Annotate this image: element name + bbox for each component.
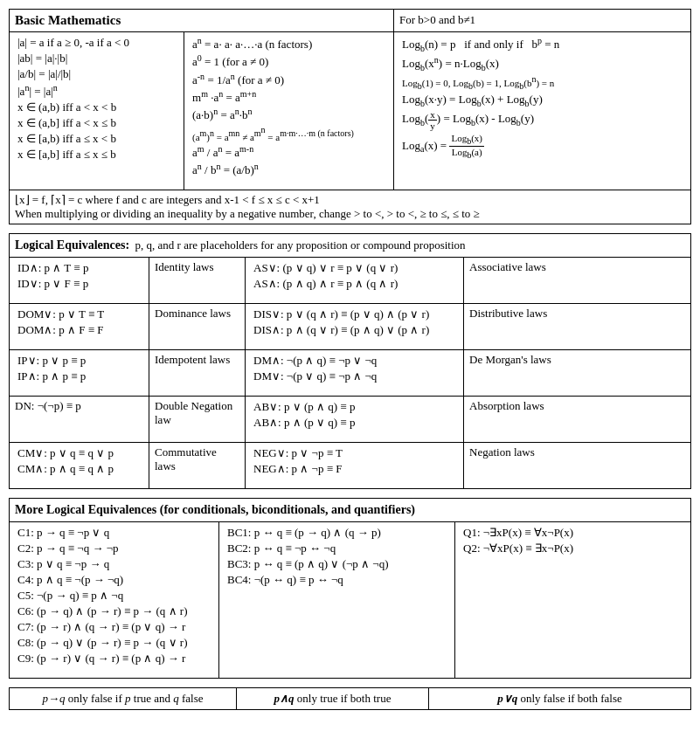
le-dm-1: DM∧: ¬(p ∧ q) ≡ ¬p ∨ ¬q	[251, 353, 458, 369]
exp-row-4: mm ·an = am+n	[190, 88, 388, 106]
abs-row-1: |a| = a if a ≥ 0, -a if a < 0	[15, 35, 178, 51]
section2-subtitle: p, q, and r are placeholders for any pro…	[132, 238, 465, 252]
le-ip-2: IP∧: p ∧ p ≡ p	[15, 369, 143, 384]
log-row-6: Loga(x) = Logb(x)Logb(a)	[399, 132, 685, 161]
le-neg-2: NEG∧: p ∧ ¬p ≡ F	[251, 461, 458, 477]
abs-row-4: |an| = |a|n	[15, 82, 178, 100]
log-row-1: Logb(n) = p if and only if bp = n	[399, 35, 685, 54]
c-row-9: C9: (p → r) ∨ (q → r) ≡ (p ∧ q) → r	[15, 651, 213, 666]
idempotent-laws-label: Idempotent laws	[149, 350, 246, 397]
le-dn: DN: ¬(¬p) ≡ p	[10, 397, 149, 443]
associative-laws-label: Associative laws	[464, 258, 691, 304]
c-row-5: C5: ¬(p → q) ≡ p ∧ ¬q	[15, 588, 213, 604]
le-left-2: ID∨: p ∨ F ≡ p	[15, 276, 143, 292]
absorption-laws-label: Absorption laws	[464, 397, 691, 443]
log-row-4: Logb(x·y) = Logb(x) + Logb(y)	[399, 92, 685, 109]
q-row-2: Q2: ¬∀xP(x) ≡ ∃x¬P(x)	[461, 541, 685, 556]
abs-row-2: |ab| = |a|·|b|	[15, 51, 178, 66]
c-row-3: C3: p ∨ q ≡ ¬p → q	[15, 556, 213, 572]
bc-row-1: BC1: p ↔ q ≡ (p → q) ∧ (q → p)	[225, 525, 449, 541]
log-row-3: Logb(1) = 0, Logb(b) = 1, Logb(bn) = n	[399, 73, 685, 92]
section3-title: More Logical Equivalences (for condition…	[15, 503, 415, 516]
le-neg-1: NEG∨: p ∨ ¬p ≡ T	[251, 445, 458, 461]
demorgan-laws-label: De Morgan's laws	[464, 350, 691, 397]
log-header: For b>0 and b≠1	[394, 10, 691, 32]
floor-ceil: ⌊x⌋ = f, ⌈x⌉ = c where f and c are integ…	[15, 193, 685, 207]
c-row-2: C2: p → q ≡ ¬q → ¬p	[15, 541, 213, 556]
le-left-1: ID∧: p ∧ T ≡ p	[15, 260, 143, 276]
c-row-8: C8: (p → q) ∨ (p → r) ≡ p → (q ∨ r)	[15, 635, 213, 651]
le-ab-2: AB∧: p ∧ (p ∨ q) ≡ p	[251, 415, 458, 431]
bc-row-2: BC2: p ↔ q ≡ ¬p ↔ ¬q	[225, 541, 449, 556]
abs-row-6: x ∈ (a,b] iff a < x ≤ b	[15, 115, 178, 131]
double-negation-label: Double Negation law	[149, 397, 246, 443]
log-row-2: Logb(xn) = n·Logb(x)	[399, 54, 685, 73]
le-cm-2: CM∧: p ∧ q ≡ q ∧ p	[15, 461, 143, 477]
abs-row-5: x ∈ (a,b) iff a < x < b	[15, 100, 178, 115]
le-ab-1: AB∨: p ∨ (p ∧ q) ≡ p	[251, 399, 458, 415]
identity-laws-label: Identity laws	[149, 258, 246, 304]
le-dom-2: DOM∧: p ∧ F ≡ F	[15, 322, 143, 338]
le-dis-2: DIS∧: p ∧ (q ∨ r) ≡ (p ∧ q) ∨ (p ∧ r)	[251, 322, 458, 338]
abs-row-3: |a/b| = |a|/|b|	[15, 66, 178, 82]
log-row-5: Logb(xy) = Logb(x) - Logb(y)	[399, 108, 685, 132]
le-cm-1: CM∨: p ∨ q ≡ q ∨ p	[15, 445, 143, 461]
bc-row-4: BC4: ¬(p ↔ q) ≡ p ↔ ¬q	[225, 572, 449, 588]
bc-row-3: BC3: p ↔ q ≡ (p ∧ q) ∨ (¬p ∧ ¬q)	[225, 556, 449, 572]
le-ip-1: IP∨: p ∨ p ≡ p	[15, 353, 143, 369]
exp-row-7: am / an = am-n	[190, 143, 388, 161]
exp-row-8: an / bn = (a/b)n	[190, 161, 388, 178]
c-row-1: C1: p → q ≡ ¬p ∨ q	[15, 525, 213, 541]
abs-row-8: x ∈ [a,b] iff a ≤ x ≤ b	[15, 147, 178, 162]
c-row-7: C7: (p → r) ∧ (q → r) ≡ (p ∨ q) → r	[15, 619, 213, 635]
exp-row-3: a-n = 1/an (for a ≠ 0)	[190, 71, 388, 88]
legend-col2: p∧q only true if both true	[274, 692, 392, 705]
distributive-laws-label: Distributive laws	[464, 304, 691, 350]
section1-title: Basic Mathematics	[15, 13, 121, 27]
commutative-laws-label: Commutative laws	[149, 443, 246, 489]
inequality-rule: When multiplying or dividing an inequali…	[15, 207, 685, 221]
le-dis-1: DIS∨: p ∨ (q ∧ r) ≡ (p ∨ q) ∧ (p ∨ r)	[251, 307, 458, 322]
dominance-laws-label: Dominance laws	[149, 304, 246, 350]
le-right-2: AS∧: (p ∧ q) ∧ r ≡ p ∧ (q ∧ r)	[251, 276, 458, 292]
negation-laws-label: Negation laws	[464, 443, 691, 489]
exp-row-1: an = a· a· a·…·a (n factors)	[190, 35, 388, 52]
section2-title: Logical Equivalences:	[15, 238, 129, 252]
c-row-6: C6: (p → q) ∧ (p → r) ≡ p → (q ∧ r)	[15, 604, 213, 619]
abs-row-7: x ∈ [a,b) iff a ≤ x < b	[15, 131, 178, 147]
le-dm-2: DM∨: ¬(p ∨ q) ≡ ¬p ∧ ¬q	[251, 369, 458, 384]
exp-row-2: a0 = 1 (for a ≠ 0)	[190, 52, 388, 70]
le-right-1: AS∨: (p ∨ q) ∨ r ≡ p ∨ (q ∨ r)	[251, 260, 458, 276]
exp-row-5: (a·b)n = an·bn	[190, 106, 388, 123]
legend-col1: p→q only false if p true and q false	[42, 692, 203, 705]
c-row-4: C4: p ∧ q ≡ ¬(p → ¬q)	[15, 572, 213, 588]
legend-col3: p∨q only false if both false	[497, 692, 622, 705]
q-row-1: Q1: ¬∃xP(x) ≡ ∀x¬P(x)	[461, 525, 685, 541]
le-dom-1: DOM∨: p ∨ T ≡ T	[15, 307, 143, 322]
exp-row-6: (am)n = amn ≠ amn = am·m·…·m (n factors)	[190, 124, 388, 143]
